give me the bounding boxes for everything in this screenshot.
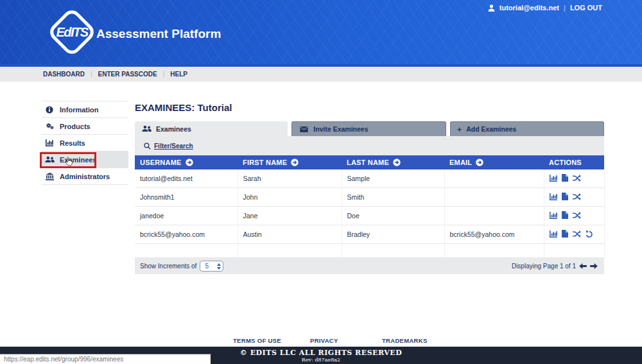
column-header-last-name[interactable]: LAST NAME [342,155,444,169]
table-row: Johnsmith1JohnSmith [135,188,604,207]
filter-search-link[interactable]: Filter/Search [154,143,193,150]
shuffle-icon[interactable] [573,193,581,200]
cell-first-name: Austin [238,225,342,244]
sidebar-container: InformationProductsResultsExamineesAdmin… [42,101,128,185]
tab-label: Add Examinees [466,125,516,133]
cell-email [444,188,544,207]
cell-username: Johnsmith1 [135,188,238,207]
chart-icon[interactable] [550,193,557,200]
tab-label: Examinees [156,125,191,133]
cell-first-name: Jane [238,207,342,225]
examinees-table: USERNAMEFIRST NAMELAST NAMEEMAILACTIONS … [135,155,605,258]
table-row: bcrick55@yahoo.comAustinBradleybcrick55@… [135,225,604,244]
cell-last-name: Smith [342,188,444,207]
nav-item-dashboard[interactable]: DASHBOARD [37,71,91,78]
tab-invite-examinees[interactable]: Invite Examinees [291,121,446,136]
sidebar-item-information[interactable]: Information [42,101,128,118]
document-icon[interactable] [562,193,568,200]
next-page-icon[interactable] [590,263,598,269]
cogs-icon [44,123,55,130]
sort-icon[interactable] [393,159,401,166]
cell-first-name [238,244,342,258]
search-icon [144,143,151,150]
column-label: EMAIL [449,159,472,166]
document-icon[interactable] [562,174,568,182]
footer-links: TERMS OF USEPRIVACYTRADEMARKS [0,337,642,346]
footer-link-trademarks[interactable]: TRADEMARKS [382,337,428,344]
cell-email [444,244,544,258]
select-spinner-icon [217,263,221,270]
footer-link-privacy[interactable]: PRIVACY [310,337,338,344]
increments-label: Show Increments of [140,263,196,270]
browser-status-url: https://eap.edits.net/group/996/examinee… [0,354,212,364]
cell-username: janedoe [135,207,238,225]
column-label: ACTIONS [549,159,582,166]
cell-username: bcrick55@yahoo.com [135,225,238,244]
increments-value: 5 [205,263,209,270]
chart-icon[interactable] [550,212,557,219]
cell-email [444,207,544,225]
previous-page-icon[interactable] [579,263,587,269]
sort-icon[interactable] [186,159,193,166]
undo-icon[interactable] [586,230,593,238]
cell-first-name: John [238,188,342,207]
cell-last-name: Bradley [342,225,444,244]
logout-button[interactable]: LOG OUT [570,4,602,12]
cell-actions [544,244,604,258]
edits-logo: EdITS [45,5,99,59]
sidebar-item-results[interactable]: Results [42,135,128,152]
logo-brand-text: EdITS [45,5,99,59]
plus-icon: + [457,125,462,134]
sidebar-item-examinees[interactable]: Examinees [42,152,128,168]
shuffle-icon[interactable] [573,175,581,182]
column-header-email[interactable]: EMAIL [444,155,544,169]
increments-select[interactable]: 5 [200,261,223,272]
sort-icon[interactable] [476,159,483,166]
user-email: tutorial@edits.net [499,4,559,12]
table-footer: Show Increments of 5 Displaying Page 1 o… [135,258,604,274]
nav-item-help[interactable]: HELP [164,71,193,78]
sort-icon[interactable] [291,159,299,166]
top-nav: DASHBOARD|ENTER PASSCODE|HELP [0,67,642,82]
app-window: EdITS Assessment Platform tutorial@edits… [0,0,642,364]
shuffle-icon[interactable] [573,230,581,238]
cell-username: tutorial@edits.net [135,169,238,188]
users-icon [44,156,55,163]
chart-icon[interactable] [550,230,557,238]
column-header-actions: ACTIONS [544,155,604,169]
sidebar-item-label: Examinees [60,156,96,164]
paging-status: Displaying Page 1 of 1 [512,263,576,270]
nav-item-enter-passcode[interactable]: ENTER PASSCODE [92,71,163,78]
tab-label: Invite Examinees [313,125,368,133]
column-header-username[interactable]: USERNAME [135,155,238,169]
chart-icon[interactable] [550,175,557,182]
cell-actions [544,225,604,244]
header-separator: | [564,4,566,12]
tab-add-examinees[interactable]: +Add Examinees [450,121,604,136]
shuffle-icon[interactable] [573,212,581,219]
document-icon[interactable] [562,230,568,238]
envelope-icon [299,126,309,132]
tab-bar: ExamineesInvite Examinees+Add Examinees [135,121,604,136]
cell-username [135,244,238,258]
sidebar-item-label: Administrators [60,173,110,180]
column-header-first-name[interactable]: FIRST NAME [238,155,342,169]
user-person-icon [488,4,495,12]
tab-examinees[interactable]: Examinees [135,121,288,136]
examinees-panel: Filter/Search USERNAMEFIRST NAMELAST NAM… [135,136,604,274]
chart-icon [44,139,55,146]
footer-link-terms-of-use[interactable]: TERMS OF USE [233,337,281,344]
document-icon[interactable] [562,211,568,219]
app-header: EdITS Assessment Platform tutorial@edits… [0,0,642,67]
cell-actions [544,188,604,207]
sidebar-item-administrators[interactable]: Administrators [42,168,128,185]
cell-email [444,169,544,188]
column-label: LAST NAME [347,159,389,166]
users-icon [141,125,152,132]
info-icon [44,106,55,114]
cell-last-name: Doe [342,207,444,225]
table-body: tutorial@edits.netSarahSampleJohnsmith1J… [135,169,604,258]
sidebar-item-products[interactable]: Products [42,118,128,135]
main-content: EXAMINEES: Tutorial ExamineesInvite Exam… [135,100,604,274]
app-title: Assessment Platform [96,27,221,41]
